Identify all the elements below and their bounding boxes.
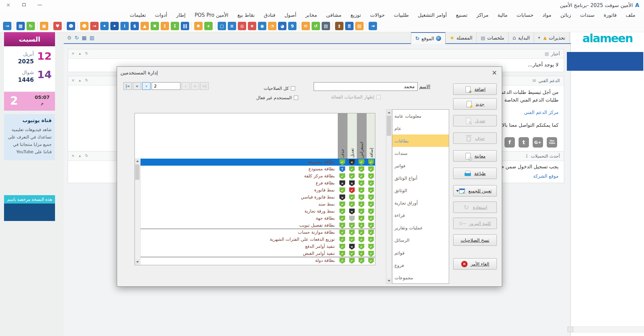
permission-shield-icon[interactable]: ✔: [368, 258, 374, 264]
badge-star-icon[interactable]: ★: [248, 22, 256, 30]
exit-app-icon[interactable]: ⇥: [369, 22, 377, 30]
preview-button[interactable]: ◌معاينة: [453, 150, 497, 162]
chevron-down-icon[interactable]: [456, 190, 459, 192]
permission-shield-icon[interactable]: ✔: [339, 216, 345, 222]
refresh-icon[interactable]: ↻: [415, 36, 420, 42]
category-item[interactable]: الرسائل: [392, 234, 449, 246]
category-item[interactable]: بطاقات: [392, 134, 449, 147]
folder-icon[interactable]: ▣: [40, 22, 48, 30]
calculator-icon[interactable]: ▦: [16, 22, 25, 30]
cancel-command-button[interactable]: ×إلغاء الأمر: [453, 258, 497, 270]
delete-button[interactable]: حذف: [453, 132, 497, 144]
donut-chart-icon[interactable]: ◕: [278, 22, 286, 30]
scroll-up-icon[interactable]: [135, 158, 140, 164]
download-view-icon[interactable]: ↧: [171, 22, 179, 30]
permission-shield-icon[interactable]: ✔: [349, 237, 355, 243]
menu-item[interactable]: نقاط بيع: [237, 12, 255, 18]
restore-button[interactable]: ↻استعادة: [453, 202, 497, 213]
permission-row[interactable]: تنفيذ أوامر القبض✔✔✔✔: [135, 250, 375, 257]
first-record-button[interactable]: |«: [123, 82, 132, 90]
permission-shield-icon[interactable]: ✔: [339, 187, 345, 193]
scroll-up-icon[interactable]: [386, 110, 391, 115]
tab-المفضلة[interactable]: ★المفضلة: [445, 32, 476, 43]
scroll-down-icon[interactable]: [135, 259, 140, 265]
category-item[interactable]: فروع: [392, 259, 449, 271]
permission-shield-icon[interactable]: ✔: [349, 251, 355, 257]
permission-shield-icon[interactable]: ✔: [368, 194, 374, 201]
menu-item[interactable]: مراكز: [476, 12, 488, 18]
scrollbar-track[interactable]: [573, 327, 644, 332]
permission-shield-icon[interactable]: ✔: [339, 159, 345, 165]
menu-item[interactable]: فاتورة: [604, 12, 617, 18]
permission-row[interactable]: تنفيذ أوامر الدفع✔×✔✔: [135, 243, 375, 250]
permission-shield-icon[interactable]: ✔: [359, 251, 364, 257]
horizontal-scrollbar[interactable]: [568, 327, 644, 332]
permission-shield-icon[interactable]: ✔: [359, 202, 364, 208]
permission-shield-icon[interactable]: ✔: [349, 166, 355, 172]
target-icon[interactable]: ◎: [238, 22, 246, 30]
tab-تحذيرات[interactable]: ▾▲تحذيرات: [534, 32, 570, 43]
permission-row[interactable]: بطاقة دولة✔✔✔✔: [135, 257, 375, 264]
name-field[interactable]: [314, 82, 418, 91]
scrollbar-button[interactable]: [568, 327, 573, 332]
permission-shield-icon[interactable]: ✔: [339, 223, 345, 229]
window-minimize-icon[interactable]: [38, 5, 42, 5]
permission-shield-icon[interactable]: ✔: [359, 194, 364, 201]
menu-item[interactable]: مالية: [497, 12, 507, 18]
menu-item[interactable]: فنادق: [264, 12, 275, 18]
permission-shield-icon[interactable]: ✔: [368, 237, 374, 243]
permission-row[interactable]: بطاقة مركز كلفة✔✔✔✔: [135, 173, 375, 180]
menu-item[interactable]: توزيع: [351, 12, 361, 18]
permission-shield-icon[interactable]: ✔: [359, 159, 364, 165]
permission-shield-icon[interactable]: ✔: [339, 230, 345, 236]
monitor-health-icon[interactable]: ♥: [53, 22, 62, 30]
menu-item[interactable]: أصول: [284, 12, 297, 18]
permission-shield-icon[interactable]: ×: [339, 180, 345, 186]
permission-shield-icon[interactable]: ✔: [368, 202, 374, 208]
all-permissions-checkbox[interactable]: كل الصلاحيات: [264, 86, 295, 91]
menu-item[interactable]: حسابات: [517, 12, 533, 18]
permission-shield-icon[interactable]: ×: [349, 159, 355, 165]
report-screen-icon[interactable]: ≡: [228, 22, 236, 30]
session-user-icon[interactable]: ☻: [67, 22, 75, 30]
mail-check-icon[interactable]: ✉: [302, 22, 310, 30]
upload-view-icon[interactable]: ↥: [161, 22, 169, 30]
network-users-icon[interactable]: ◉: [258, 22, 266, 30]
permission-row[interactable]: بطاقة فرع××✔✔: [135, 180, 375, 187]
calendar-add-icon[interactable]: +: [204, 22, 213, 30]
menu-item[interactable]: أوامر التشغيل: [418, 12, 447, 18]
support-center-link[interactable]: مركز الدعم الفني: [524, 110, 558, 115]
category-item[interactable]: معلومات عامة: [392, 110, 449, 122]
permission-shield-icon[interactable]: ✔: [359, 237, 364, 243]
new-button[interactable]: ★جديد: [453, 98, 497, 110]
record-number-input[interactable]: [152, 82, 180, 90]
menu-item[interactable]: مواد: [542, 12, 551, 18]
permission-shield-icon[interactable]: ✔: [359, 180, 364, 186]
refresh-icon[interactable]: ↻: [85, 154, 88, 158]
shield-user-icon[interactable]: ✦: [100, 22, 109, 30]
category-item[interactable]: الوثائق: [392, 184, 449, 197]
usb-export-icon[interactable]: ✖: [151, 22, 159, 30]
chevron-down-icon[interactable]: ▾: [538, 36, 540, 40]
categories-scrollbar[interactable]: [386, 109, 392, 284]
facebook-icon[interactable]: f: [504, 137, 515, 148]
permission-row[interactable]: بطاقة مستودع↑✔✔✔: [135, 166, 375, 173]
menu-item[interactable]: سندات: [580, 12, 594, 18]
edit-button[interactable]: ✎تعديل: [453, 115, 497, 126]
twitter-icon[interactable]: t: [519, 137, 529, 148]
ledger-icon[interactable]: ≣: [345, 22, 354, 30]
permission-shield-icon[interactable]: ✔: [349, 187, 355, 193]
permission-shield-icon[interactable]: ×: [349, 180, 355, 186]
pos-register-icon[interactable]: $: [130, 22, 139, 30]
permission-shield-icon[interactable]: ✔: [368, 166, 374, 172]
tab-البداية[interactable]: ⌂البداية: [508, 32, 534, 43]
permission-row[interactable]: نمط فاتورة قياسي×✔✔✔: [135, 194, 375, 201]
permission-shield-icon[interactable]: ✔: [368, 209, 374, 215]
permission-shield-icon[interactable]: ×: [339, 194, 345, 201]
permission-shield-icon[interactable]: ✔: [339, 244, 345, 250]
permission-shield-icon[interactable]: ×: [349, 209, 355, 215]
copy-permissions-button[interactable]: نسخ الصلاحيات: [453, 234, 497, 246]
category-item[interactable]: أنواع الوثائق: [392, 172, 449, 184]
permission-shield-icon[interactable]: ✔: [368, 244, 374, 250]
permission-shield-icon[interactable]: ✔: [359, 187, 364, 193]
